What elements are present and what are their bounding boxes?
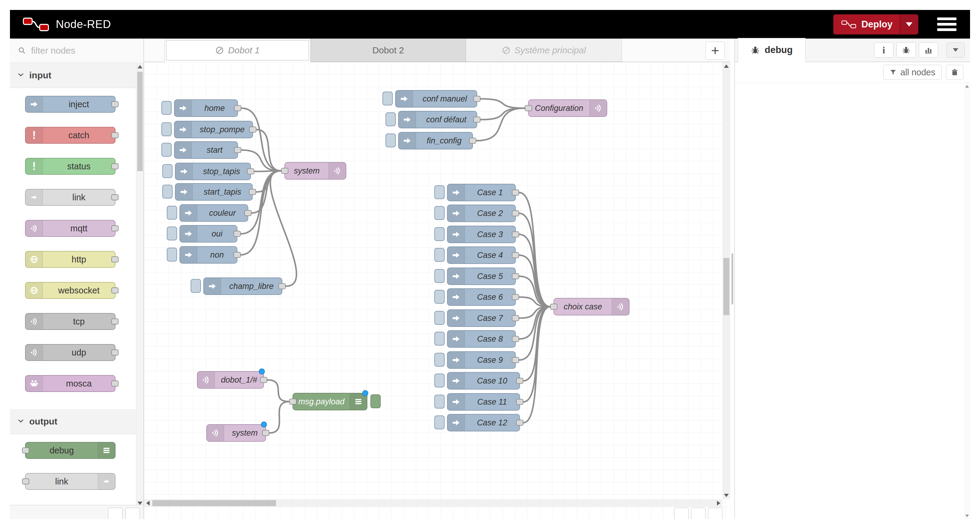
wire-case6-to-choix_case[interactable] <box>519 297 550 307</box>
sidebar-resizer[interactable] <box>730 38 735 519</box>
wire-system_sub-to-msg_payload[interactable] <box>269 402 289 433</box>
wire-stop_tapis-to-system_out[interactable] <box>254 171 281 171</box>
scroll-up-button[interactable] <box>964 83 970 89</box>
inject-trigger-button[interactable] <box>191 279 201 293</box>
flow-node-stop_tapis[interactable]: stop_tapis <box>175 163 251 180</box>
inject-trigger-button[interactable] <box>434 353 445 367</box>
flow-canvas[interactable]: homestop_pompestartstop_tapisstart_tapis… <box>144 62 730 519</box>
clear-debug-button[interactable] <box>946 65 963 80</box>
node-output-port[interactable] <box>234 252 241 258</box>
inject-trigger-button[interactable] <box>161 143 172 157</box>
wire-champ_libre-to-system_out[interactable] <box>270 171 296 286</box>
zoom-reset-button[interactable] <box>691 508 705 519</box>
wire-home-to-system_out[interactable] <box>241 108 281 171</box>
node-output-port[interactable] <box>512 336 519 342</box>
inject-trigger-button[interactable] <box>434 269 445 283</box>
palette-node-input-mqtt[interactable]: mqtt <box>25 220 116 237</box>
palette-node-input-tcp[interactable]: tcp <box>25 313 116 330</box>
wire-oui-to-system_out[interactable] <box>241 171 281 234</box>
node-output-port[interactable] <box>234 231 241 237</box>
flow-node-non[interactable]: non <box>180 246 237 264</box>
node-output-port[interactable] <box>234 105 241 111</box>
palette-search-input[interactable]: filter nodes <box>10 38 143 63</box>
debug-toggle-button[interactable] <box>371 394 381 408</box>
add-flow-button[interactable] <box>705 41 725 60</box>
dashboard-button[interactable] <box>919 43 938 57</box>
debug-scrollbar[interactable] <box>964 83 970 519</box>
flow-node-case3[interactable]: Case 3 <box>447 226 516 243</box>
debug-messages-button[interactable] <box>896 43 916 57</box>
node-input-port[interactable] <box>550 304 557 310</box>
scroll-down-button[interactable] <box>722 491 730 499</box>
palette-node-input-mosca[interactable]: mosca <box>25 375 116 392</box>
scroll-left-button[interactable] <box>144 499 152 507</box>
expand-categories-button[interactable] <box>126 508 140 519</box>
flow-node-choix_case[interactable]: choix case <box>554 298 630 315</box>
wire-case9-to-choix_case[interactable] <box>519 307 550 360</box>
flow-node-case7[interactable]: Case 7 <box>447 309 516 327</box>
inject-trigger-button[interactable] <box>434 290 445 304</box>
node-output-port[interactable] <box>469 138 476 144</box>
flow-node-case1[interactable]: Case 1 <box>447 184 516 201</box>
wire-case10-to-choix_case[interactable] <box>523 307 550 381</box>
flow-node-case11[interactable]: Case 11 <box>447 393 520 411</box>
flow-node-case6[interactable]: Case 6 <box>447 289 516 306</box>
node-output-port[interactable] <box>473 117 480 123</box>
wire-stop_pompe-to-system_out[interactable] <box>256 130 281 171</box>
flow-node-start[interactable]: start <box>174 141 238 159</box>
inject-trigger-button[interactable] <box>434 311 445 325</box>
deploy-button[interactable]: Deploy <box>833 14 918 35</box>
node-input-port[interactable] <box>289 399 296 404</box>
inject-trigger-button[interactable] <box>385 133 396 147</box>
debug-filter-button[interactable]: all nodes <box>883 65 942 80</box>
palette-scrollbar[interactable] <box>136 63 143 507</box>
flow-node-case9[interactable]: Case 9 <box>447 351 516 369</box>
wire-case7-to-choix_case[interactable] <box>519 307 550 318</box>
palette-node-input-udp[interactable]: udp <box>25 344 116 361</box>
scroll-down-button[interactable] <box>964 512 970 519</box>
inject-trigger-button[interactable] <box>167 227 177 240</box>
scroll-up-button[interactable] <box>136 63 143 70</box>
node-output-port[interactable] <box>249 127 256 133</box>
palette-node-input-catch[interactable]: !catch <box>25 127 116 144</box>
flow-node-case8[interactable]: Case 8 <box>447 330 516 348</box>
flow-node-system_sub[interactable]: system <box>206 424 266 442</box>
palette-node-input-websocket[interactable]: websocket <box>25 282 116 299</box>
inject-trigger-button[interactable] <box>167 248 177 262</box>
flow-node-fin_config[interactable]: fin_config <box>398 132 473 149</box>
node-output-port[interactable] <box>260 377 267 383</box>
flow-node-configuration[interactable]: Configuration <box>528 100 607 117</box>
tab-debug[interactable]: debug <box>738 38 806 62</box>
wire-dobot_sub-to-msg_payload[interactable] <box>267 380 289 402</box>
flow-node-conf_manuel[interactable]: conf manuel <box>395 90 477 108</box>
inject-trigger-button[interactable] <box>434 185 445 199</box>
scrollbar-thumb[interactable] <box>723 258 729 315</box>
deploy-options-button[interactable] <box>900 15 918 34</box>
palette-node-input-inject[interactable]: inject <box>25 96 116 113</box>
node-output-port[interactable] <box>512 294 519 300</box>
node-output-port[interactable] <box>516 420 523 426</box>
node-output-port[interactable] <box>512 252 519 258</box>
node-output-port[interactable] <box>512 357 519 363</box>
wire-case11-to-choix_case[interactable] <box>523 307 550 402</box>
wire-case1-to-choix_case[interactable] <box>519 192 550 307</box>
wire-case8-to-choix_case[interactable] <box>519 307 550 339</box>
flow-node-system_out[interactable]: system <box>285 162 346 179</box>
palette-node-input-http[interactable]: http <box>25 251 116 268</box>
node-output-port[interactable] <box>244 210 251 216</box>
wire-fin_config-to-configuration[interactable] <box>476 108 525 141</box>
wire-start_tapis-to-system_out[interactable] <box>256 171 281 192</box>
node-output-port[interactable] <box>512 315 519 321</box>
inject-trigger-button[interactable] <box>434 332 445 346</box>
flow-node-case2[interactable]: Case 2 <box>447 205 516 222</box>
node-output-port[interactable] <box>278 283 286 289</box>
wire-case12-to-choix_case[interactable] <box>523 307 550 423</box>
flow-node-case10[interactable]: Case 10 <box>447 372 520 390</box>
canvas-horizontal-scrollbar[interactable] <box>144 499 722 507</box>
palette-category-output[interactable]: output <box>10 409 143 434</box>
wire-conf_manuel-to-configuration[interactable] <box>480 99 525 108</box>
flow-node-start_tapis[interactable]: start_tapis <box>175 183 253 201</box>
node-output-port[interactable] <box>512 273 519 279</box>
wire-conf_defaut-to-configuration[interactable] <box>480 108 525 120</box>
node-output-port[interactable] <box>262 430 269 436</box>
